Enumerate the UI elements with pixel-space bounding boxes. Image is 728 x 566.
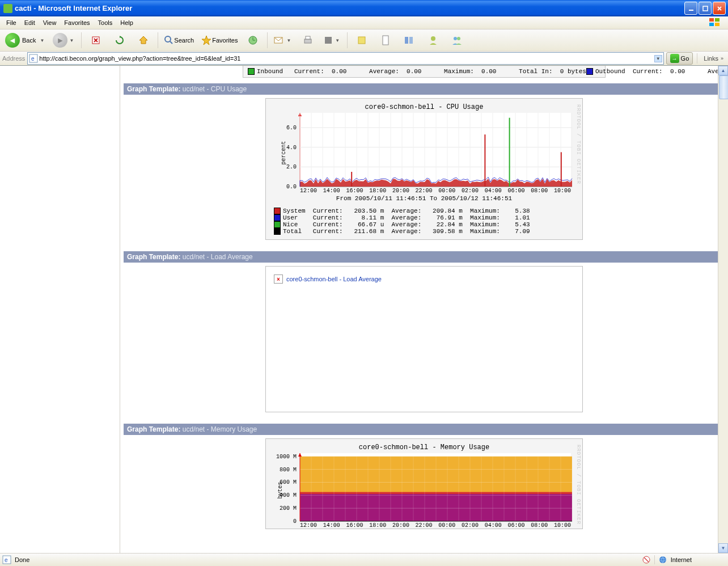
svg-point-28 bbox=[454, 37, 457, 40]
svg-text:400 M: 400 M bbox=[280, 493, 297, 499]
svg-text:4.0: 4.0 bbox=[286, 145, 297, 151]
print-button[interactable] bbox=[297, 31, 319, 49]
scroll-down-button[interactable]: ▼ bbox=[718, 543, 728, 553]
device-button[interactable] bbox=[374, 31, 397, 49]
back-icon: ◄ bbox=[5, 33, 20, 48]
cpu-plot: 0.02.04.06.0 bbox=[300, 113, 572, 187]
window-title: cacti - Microsoft Internet Explorer bbox=[15, 4, 684, 12]
cpu-daterange: From 2005/10/11 11:46:51 To 2005/10/12 1… bbox=[270, 195, 578, 202]
mail-button[interactable]: ▼ bbox=[270, 31, 295, 49]
template-header-cpu: Graph Template: ucd/net - CPU Usage bbox=[124, 83, 725, 95]
svg-text:800 M: 800 M bbox=[280, 467, 297, 473]
template-header-mem: Graph Template: ucd/net - Memory Usage bbox=[124, 424, 725, 435]
vertical-scrollbar[interactable]: ▲ ▼ bbox=[718, 66, 728, 553]
svg-rect-0 bbox=[689, 10, 693, 11]
svg-line-14 bbox=[170, 41, 172, 44]
home-button[interactable] bbox=[132, 31, 155, 49]
back-label: Back bbox=[22, 37, 36, 44]
svg-rect-7 bbox=[715, 23, 719, 26]
address-input-wrap[interactable]: e ▼ bbox=[27, 52, 663, 65]
mem-xticks: 12:0014:0016:0018:0020:0022:0000:0002:00… bbox=[300, 522, 571, 529]
menu-bar: File Edit View Favorites Tools Help bbox=[0, 16, 728, 29]
star-icon bbox=[201, 35, 212, 46]
toolbar: ◄ Back ▼ ► ▼ Search Favorites ▼ ▼ bbox=[0, 29, 728, 52]
rrd-watermark-mem: RRDTOOL / TOBI OETIKER bbox=[575, 445, 581, 525]
menu-favorites[interactable]: Favorites bbox=[60, 18, 94, 27]
address-label: Address bbox=[2, 55, 25, 62]
svg-point-125 bbox=[659, 556, 666, 563]
svg-text:e: e bbox=[5, 557, 8, 563]
broken-image-icon: × bbox=[274, 274, 283, 284]
popup-blocked-icon[interactable] bbox=[642, 555, 651, 564]
links-button[interactable]: Links» bbox=[701, 55, 726, 62]
svg-text:6.0: 6.0 bbox=[286, 125, 297, 131]
favorites-button[interactable]: Favorites bbox=[198, 31, 240, 49]
mem-graph-title: core0-schmon-bell - Memory Usage bbox=[270, 443, 578, 451]
zone-label: Internet bbox=[671, 556, 692, 563]
back-dropdown-icon[interactable]: ▼ bbox=[38, 38, 46, 43]
note-button[interactable] bbox=[350, 31, 373, 49]
svg-point-13 bbox=[165, 36, 171, 42]
ie-status-icon: e bbox=[2, 555, 11, 564]
mem-plot: 0200 M400 M600 M800 M1000 M bbox=[300, 453, 572, 521]
cpu-legend: System Current: 203.50 m Average: 209.84… bbox=[274, 208, 578, 235]
address-input[interactable] bbox=[38, 54, 654, 62]
refresh-button[interactable] bbox=[108, 31, 131, 49]
scroll-up-button[interactable]: ▲ bbox=[718, 66, 728, 75]
svg-marker-118 bbox=[298, 453, 302, 457]
svg-rect-26 bbox=[409, 37, 413, 44]
rrd-watermark: RRDTOOL / TOBI OETIKER bbox=[575, 104, 581, 184]
menu-view[interactable]: View bbox=[39, 18, 61, 27]
search-label: Search bbox=[174, 37, 194, 44]
svg-rect-25 bbox=[405, 37, 408, 44]
go-icon: → bbox=[670, 54, 679, 63]
mem-graph: RRDTOOL / TOBI OETIKER core0-schmon-bell… bbox=[265, 438, 583, 529]
back-button[interactable]: ◄ Back ▼ bbox=[2, 31, 49, 49]
menu-file[interactable]: File bbox=[2, 18, 20, 27]
close-button[interactable] bbox=[713, 2, 726, 15]
window-titlebar: cacti - Microsoft Internet Explorer bbox=[0, 0, 728, 16]
status-bar: e Done Internet bbox=[0, 553, 728, 566]
research-button[interactable] bbox=[398, 31, 421, 49]
svg-text:e: e bbox=[31, 56, 35, 62]
cpu-graph: RRDTOOL / TOBI OETIKER core0-schmon-bell… bbox=[265, 98, 583, 240]
tree-pane[interactable] bbox=[0, 66, 120, 553]
svg-rect-24 bbox=[383, 36, 388, 45]
cpu-xticks: 12:0014:0016:0018:0020:0022:0000:0002:00… bbox=[300, 188, 571, 194]
forward-button[interactable]: ► ▼ bbox=[50, 31, 78, 49]
scroll-thumb[interactable] bbox=[719, 75, 728, 99]
svg-rect-6 bbox=[709, 23, 714, 26]
address-bar: Address e ▼ → Go Links» bbox=[0, 52, 728, 66]
address-dropdown-icon[interactable]: ▼ bbox=[654, 55, 662, 62]
stop-button[interactable] bbox=[84, 31, 107, 49]
go-label: Go bbox=[681, 55, 689, 62]
forward-icon: ► bbox=[53, 33, 67, 48]
search-icon bbox=[164, 35, 174, 45]
edit-button[interactable]: ▼ bbox=[320, 31, 344, 49]
messenger-button[interactable] bbox=[422, 31, 445, 49]
windows-flag-icon bbox=[708, 18, 722, 28]
content-area: Inbound Current: 0.00 Average: 0.00 Maxi… bbox=[0, 66, 728, 553]
broken-image-label: core0-schmon-bell - Load Average bbox=[286, 276, 382, 282]
search-button[interactable]: Search bbox=[161, 31, 197, 49]
maximize-button[interactable] bbox=[699, 2, 712, 15]
svg-text:0: 0 bbox=[293, 518, 297, 525]
go-button[interactable]: → Go bbox=[666, 52, 693, 65]
svg-point-27 bbox=[431, 36, 435, 41]
menu-help[interactable]: Help bbox=[116, 18, 137, 27]
svg-rect-1 bbox=[703, 6, 708, 11]
svg-text:200 M: 200 M bbox=[280, 506, 297, 512]
svg-rect-21 bbox=[306, 36, 310, 39]
minimize-button[interactable] bbox=[684, 2, 697, 15]
svg-marker-12 bbox=[139, 36, 147, 44]
app-icon bbox=[3, 4, 12, 13]
menu-edit[interactable]: Edit bbox=[20, 18, 39, 27]
forward-dropdown-icon[interactable]: ▼ bbox=[67, 38, 75, 43]
svg-text:0.0: 0.0 bbox=[286, 184, 297, 190]
template-header-load: Graph Template: ucd/net - Load Average bbox=[124, 251, 725, 263]
cpu-graph-title: core0-schmon-bell - CPU Usage bbox=[270, 103, 578, 111]
messenger2-button[interactable] bbox=[446, 31, 468, 49]
history-button[interactable] bbox=[242, 31, 264, 49]
menu-tools[interactable]: Tools bbox=[94, 18, 117, 27]
load-graph: × core0-schmon-bell - Load Average bbox=[265, 266, 583, 412]
